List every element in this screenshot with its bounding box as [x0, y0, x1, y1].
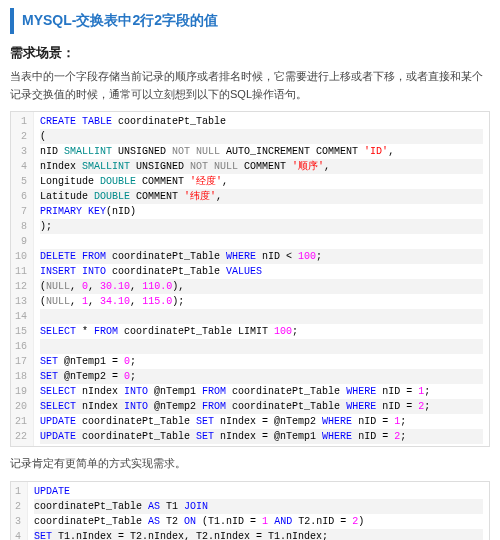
section-desc: 当表中的一个字段存储当前记录的顺序或者排名时候，它需要进行上移或者下移，或者直接…	[10, 68, 490, 103]
page-title: MYSQL-交换表中2行2字段的值	[22, 12, 482, 30]
code-body[interactable]: UPDATEcoordinatePt_Table AS T1 JOINcoord…	[28, 482, 489, 540]
code-block-2: 1234 UPDATEcoordinatePt_Table AS T1 JOIN…	[10, 481, 490, 540]
note-text: 记录肯定有更简单的方式实现需求。	[10, 455, 490, 473]
section-heading: 需求场景：	[10, 44, 490, 62]
title-bar: MYSQL-交换表中2行2字段的值	[10, 8, 490, 34]
code-gutter: 1234	[11, 482, 28, 540]
code-gutter: 12345678910111213141516171819202122	[11, 112, 34, 446]
code-block-1: 12345678910111213141516171819202122 CREA…	[10, 111, 490, 447]
code-body[interactable]: CREATE TABLE coordinatePt_Table(nID SMAL…	[34, 112, 489, 446]
